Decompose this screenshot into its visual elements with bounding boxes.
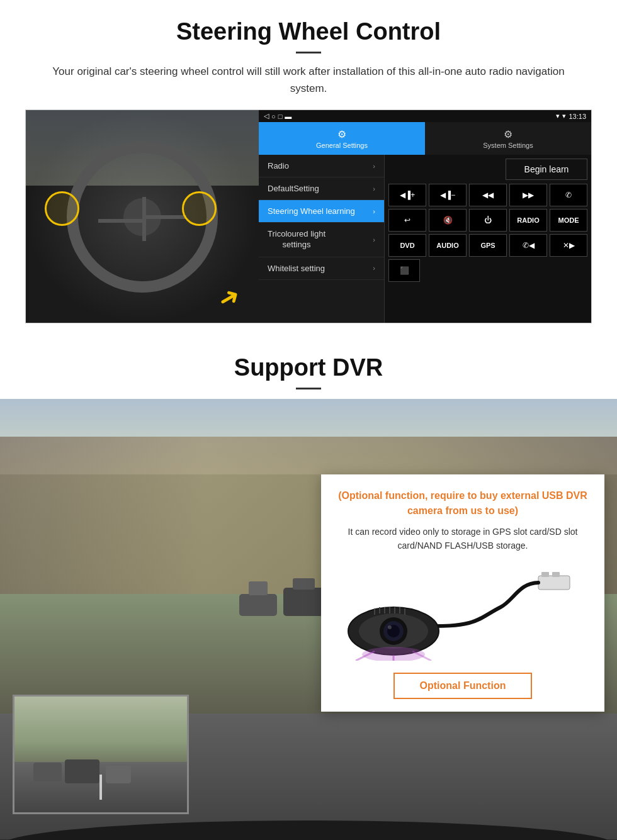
ctrl-prev[interactable]: ◀◀: [469, 184, 507, 206]
recent-nav-icon[interactable]: □: [278, 113, 283, 120]
svg-point-16: [388, 625, 392, 629]
ctrl-next[interactable]: ▶▶: [509, 184, 547, 206]
spoke-down: [142, 197, 146, 241]
menu-item-steering-learn[interactable]: Steering Wheel learning ›: [259, 200, 384, 223]
ctrl-hangup[interactable]: ↩: [388, 209, 426, 232]
menu-item-radio[interactable]: Radio ›: [259, 155, 384, 177]
steering-photo: ➜: [26, 110, 259, 323]
ctrl-power[interactable]: ⏻: [469, 209, 507, 232]
highlight-circle-left: [45, 191, 79, 226]
dvr-section: Support DVR: [0, 336, 617, 840]
dvr-thumb-inner: [14, 697, 187, 812]
menu-radio-label: Radio: [268, 161, 289, 171]
ctrl-vol-up[interactable]: ◀▐+: [388, 184, 426, 206]
ctrl-mode[interactable]: MODE: [550, 209, 587, 232]
svg-rect-1: [249, 581, 268, 595]
svg-rect-9: [541, 572, 549, 577]
menu-tricoloured-label: Tricoloured lightsettings: [268, 229, 325, 250]
begin-learn-button[interactable]: Begin learn: [506, 159, 587, 180]
steering-section: Steering Wheel Control Your original car…: [0, 0, 617, 336]
tab-general-label: General Settings: [316, 142, 368, 149]
ctrl-row-4: ⬛: [388, 259, 587, 282]
chevron-right-icon-4: ›: [373, 236, 375, 244]
ctrl-radio[interactable]: RADIO: [509, 209, 547, 232]
spoke-right: [142, 215, 186, 219]
ctrl-mute[interactable]: 🔇: [429, 209, 467, 232]
menu-nav-icon[interactable]: ▬: [285, 113, 292, 120]
svg-rect-8: [538, 576, 570, 590]
menu-whitelist-label: Whitelist setting: [268, 264, 325, 273]
dvr-title-divider: [296, 388, 321, 389]
ctrl-phone-next[interactable]: ✕▶: [550, 234, 587, 257]
svg-rect-7: [106, 766, 131, 783]
ctrl-vol-down[interactable]: ◀▐−: [429, 184, 467, 206]
wifi-icon: ▾: [562, 112, 566, 120]
dvr-optional-text: (Optional function, require to buy exter…: [336, 488, 589, 518]
menu-default-label: DefaultSetting: [268, 184, 319, 193]
dvr-photo-area: (Optional function, require to buy exter…: [0, 399, 617, 839]
menu-left: Radio › DefaultSetting › Steering Wheel …: [259, 155, 385, 323]
chevron-right-icon-5: ›: [373, 264, 375, 272]
ctrl-audio[interactable]: AUDIO: [429, 234, 467, 257]
svg-rect-3: [293, 578, 315, 590]
tab-general-settings[interactable]: ⚙ General Settings: [259, 122, 425, 155]
svg-rect-0: [239, 594, 277, 616]
ctrl-row-3: DVD AUDIO GPS ✆◀ ✕▶: [388, 234, 587, 257]
thumb-cars: [33, 753, 159, 791]
back-nav-icon[interactable]: ◁: [264, 112, 269, 120]
android-tabs: ⚙ General Settings ⚙ System Settings: [259, 122, 591, 155]
dvr-info-card: (Optional function, require to buy exter…: [321, 474, 604, 712]
home-nav-icon[interactable]: ○: [271, 113, 276, 120]
steering-subtitle: Your original car's steering wheel contr…: [38, 63, 579, 97]
time-display: 13:13: [569, 113, 586, 120]
chevron-right-icon-2: ›: [373, 185, 375, 193]
signal-icon: ▾: [556, 112, 560, 120]
begin-learn-row: Begin learn: [388, 159, 587, 180]
optional-function-button[interactable]: Optional Function: [393, 673, 532, 699]
android-statusbar: ◁ ○ □ ▬ ▾ ▾ 13:13: [259, 110, 591, 122]
dvr-title: Support DVR: [0, 355, 617, 381]
ctrl-phone-prev[interactable]: ✆◀: [509, 234, 547, 257]
dvr-camera-image: [336, 562, 589, 663]
ctrl-dvd[interactable]: DVD: [388, 234, 426, 257]
menu-steering-label: Steering Wheel learning: [268, 206, 355, 216]
system-icon: ⚙: [504, 128, 512, 140]
chevron-right-icon: ›: [373, 162, 375, 170]
menu-right: Begin learn ◀▐+ ◀▐− ◀◀ ▶▶ ✆ ↩ 🔇: [385, 155, 591, 323]
ctrl-row-1: ◀▐+ ◀▐− ◀◀ ▶▶ ✆: [388, 184, 587, 206]
dvr-camera-svg: [343, 563, 582, 661]
menu-item-tricoloured[interactable]: Tricoloured lightsettings ›: [259, 223, 384, 257]
dvr-thumbnail: [13, 695, 189, 814]
ctrl-extra[interactable]: ⬛: [388, 259, 420, 282]
chevron-right-icon-3: ›: [373, 208, 375, 215]
arrow-indicator: ➜: [213, 279, 246, 315]
steering-title: Steering Wheel Control: [25, 19, 592, 45]
svg-rect-5: [33, 763, 62, 781]
ctrl-gps[interactable]: GPS: [469, 234, 507, 257]
title-divider: [296, 52, 321, 53]
menu-item-whitelist[interactable]: Whitelist setting ›: [259, 257, 384, 280]
gear-icon: ⚙: [337, 128, 346, 140]
android-menu: Radio › DefaultSetting › Steering Wheel …: [259, 155, 591, 323]
spoke-left: [98, 219, 142, 223]
svg-rect-6: [65, 759, 99, 783]
svg-rect-10: [552, 572, 560, 577]
dvr-body-text: It can record video only to storage in G…: [336, 525, 589, 553]
android-ui-panel: ◁ ○ □ ▬ ▾ ▾ 13:13 ⚙ General Settings ⚙ S…: [259, 110, 591, 323]
steering-photo-inner: ➜: [26, 110, 259, 323]
controls-grid: ◀▐+ ◀▐− ◀◀ ▶▶ ✆ ↩ 🔇 ⏻ RADIO MODE: [388, 184, 587, 282]
steering-panel: ➜ ◁ ○ □ ▬ ▾ ▾ 13:13 ⚙ General Settings: [25, 109, 592, 323]
tab-system-settings[interactable]: ⚙ System Settings: [425, 122, 591, 155]
menu-item-default[interactable]: DefaultSetting ›: [259, 177, 384, 200]
ctrl-row-2: ↩ 🔇 ⏻ RADIO MODE: [388, 209, 587, 232]
tab-system-label: System Settings: [483, 142, 533, 149]
ctrl-phone[interactable]: ✆: [550, 184, 587, 206]
